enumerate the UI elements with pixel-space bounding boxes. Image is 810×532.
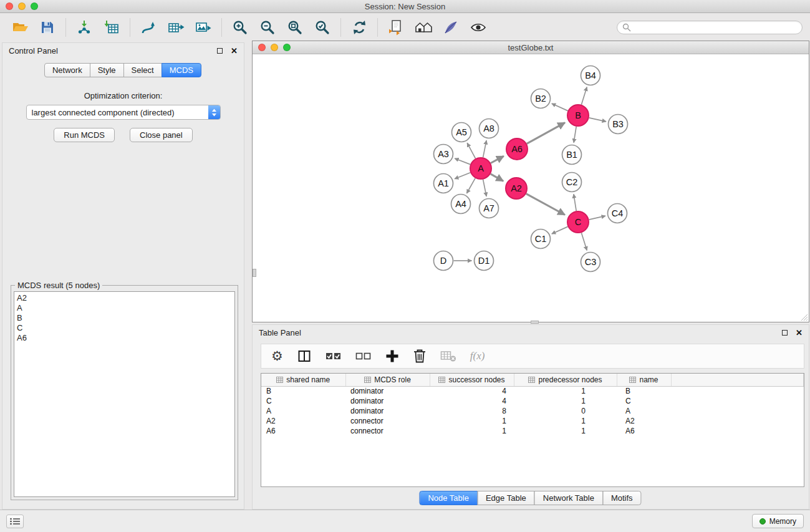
minimize-view-button[interactable] bbox=[271, 44, 278, 51]
graph-node-A2[interactable]: A2 bbox=[506, 178, 527, 199]
graph-edge-A-A7[interactable] bbox=[483, 180, 487, 196]
graph-node-B4[interactable]: B4 bbox=[581, 66, 600, 85]
graph-edge-A6-B[interactable] bbox=[527, 123, 565, 144]
column-header-mcds-role[interactable]: MCDS role bbox=[345, 374, 430, 386]
table-cell[interactable]: B bbox=[617, 386, 671, 396]
minimize-window-button[interactable] bbox=[18, 2, 26, 10]
task-history-button[interactable] bbox=[6, 515, 24, 528]
memory-button[interactable]: Memory bbox=[752, 514, 804, 528]
table-row[interactable]: Bdominator41B bbox=[261, 386, 804, 396]
graph-node-C4[interactable]: C4 bbox=[608, 204, 627, 223]
graph-node-C2[interactable]: C2 bbox=[562, 173, 582, 192]
close-panel-icon[interactable]: ✕ bbox=[231, 48, 238, 54]
float-panel-icon[interactable] bbox=[217, 48, 223, 54]
graph-node-A[interactable]: A bbox=[470, 158, 491, 179]
mcds-result-item[interactable]: B bbox=[17, 313, 232, 323]
tab-edge-table[interactable]: Edge Table bbox=[477, 491, 535, 505]
zoom-view-button[interactable] bbox=[283, 44, 291, 51]
network-canvas[interactable]: B4B2BB3A8A5A6A3B1AC2A1A2A4A7C4CC1DD1C3 bbox=[253, 54, 809, 322]
tab-network[interactable]: Network bbox=[44, 63, 90, 77]
run-mcds-button[interactable]: Run MCDS bbox=[54, 128, 115, 142]
graph-edge-A-A8[interactable] bbox=[483, 140, 487, 157]
close-table-panel-icon[interactable]: ✕ bbox=[796, 330, 803, 336]
mcds-result-item[interactable]: A2 bbox=[17, 293, 232, 303]
search-box[interactable] bbox=[617, 21, 803, 34]
table-cell[interactable]: 8 bbox=[430, 406, 514, 416]
mcds-result-item[interactable]: A6 bbox=[17, 333, 232, 343]
mcds-result-item[interactable]: C bbox=[17, 323, 232, 333]
graph-edge-B-B1[interactable] bbox=[574, 127, 576, 143]
add-column-button[interactable] bbox=[385, 349, 399, 363]
graph-node-B3[interactable]: B3 bbox=[609, 115, 628, 134]
table-cell[interactable]: 1 bbox=[430, 416, 514, 426]
tab-network-table[interactable]: Network Table bbox=[534, 491, 603, 505]
tab-style[interactable]: Style bbox=[90, 63, 124, 77]
graph-node-B1[interactable]: B1 bbox=[562, 145, 582, 165]
graph-node-D[interactable]: D bbox=[434, 251, 453, 271]
zoom-selected-button[interactable] bbox=[309, 16, 336, 39]
table-cell[interactable]: dominator bbox=[345, 396, 430, 406]
table-cell[interactable]: connector bbox=[345, 426, 430, 436]
save-session-button[interactable] bbox=[34, 16, 61, 39]
graph-node-A6[interactable]: A6 bbox=[506, 138, 528, 160]
tab-mcds[interactable]: MCDS bbox=[162, 63, 201, 77]
column-header-shared-name[interactable]: shared name bbox=[261, 374, 345, 386]
zoom-window-button[interactable] bbox=[31, 2, 38, 10]
mcds-result-list[interactable]: A2ABCA6 bbox=[14, 291, 235, 497]
delete-column-button[interactable] bbox=[413, 349, 427, 364]
mcds-result-item[interactable]: A bbox=[17, 303, 232, 313]
float-table-panel-icon[interactable] bbox=[782, 330, 788, 336]
table-cell[interactable]: 1 bbox=[514, 386, 617, 396]
canvas-scroll-nub[interactable] bbox=[253, 269, 256, 277]
table-cell[interactable]: 4 bbox=[430, 386, 514, 396]
import-table-button[interactable] bbox=[98, 16, 125, 39]
resize-grip-icon[interactable] bbox=[801, 314, 808, 321]
tab-select[interactable]: Select bbox=[123, 63, 162, 77]
export-table-button[interactable] bbox=[162, 16, 190, 39]
search-input[interactable] bbox=[634, 23, 797, 32]
tab-node-table[interactable]: Node Table bbox=[419, 491, 478, 505]
table-cell[interactable]: A bbox=[261, 406, 345, 416]
graph-edge-C-C2[interactable] bbox=[574, 194, 576, 211]
table-cell[interactable]: 1 bbox=[514, 426, 617, 436]
table-cell[interactable]: B bbox=[261, 386, 345, 396]
graph-edge-C-C1[interactable] bbox=[552, 226, 568, 234]
graph-node-D1[interactable]: D1 bbox=[475, 251, 494, 271]
graph-node-A7[interactable]: A7 bbox=[480, 199, 499, 218]
table-cell[interactable]: C bbox=[617, 396, 671, 406]
tab-motifs[interactable]: Motifs bbox=[602, 491, 642, 505]
graph-node-A8[interactable]: A8 bbox=[480, 119, 499, 138]
delete-table-button[interactable] bbox=[440, 349, 456, 363]
table-cell[interactable]: A6 bbox=[261, 426, 345, 436]
table-row[interactable]: Adominator80A bbox=[261, 406, 804, 416]
graph-node-A1[interactable]: A1 bbox=[434, 174, 453, 193]
table-cell[interactable]: 0 bbox=[514, 406, 617, 416]
graph-node-A5[interactable]: A5 bbox=[452, 123, 471, 142]
table-cell[interactable]: A2 bbox=[261, 416, 345, 426]
zoom-in-button[interactable] bbox=[226, 16, 254, 39]
graph-edge-A-A3[interactable] bbox=[455, 158, 470, 165]
table-cell[interactable]: 1 bbox=[514, 396, 617, 406]
close-panel-button[interactable]: Close panel bbox=[130, 128, 193, 142]
function-builder-button[interactable]: f(x) bbox=[470, 350, 485, 362]
graph-edge-A-A4[interactable] bbox=[467, 178, 476, 193]
graph-node-B2[interactable]: B2 bbox=[531, 89, 551, 109]
graph-edge-A-A1[interactable] bbox=[455, 173, 470, 179]
close-view-button[interactable] bbox=[258, 44, 266, 51]
table-row[interactable]: A2connector11A2 bbox=[261, 416, 804, 426]
table-cell[interactable]: A2 bbox=[617, 416, 671, 426]
graph-edge-A-A6[interactable] bbox=[491, 156, 504, 163]
graph-edge-C-C3[interactable] bbox=[581, 233, 587, 250]
graph-edge-C-C4[interactable] bbox=[589, 216, 605, 220]
graphics-details-button[interactable] bbox=[437, 16, 465, 39]
graph-node-A4[interactable]: A4 bbox=[451, 195, 471, 214]
network-graph[interactable]: B4B2BB3A8A5A6A3B1AC2A1A2A4A7C4CC1DD1C3 bbox=[253, 54, 809, 322]
table-cell[interactable]: dominator bbox=[345, 386, 430, 396]
table-cell[interactable]: A bbox=[617, 406, 671, 416]
graph-node-A3[interactable]: A3 bbox=[434, 145, 453, 164]
column-header-predecessor-nodes[interactable]: predecessor nodes bbox=[514, 374, 617, 386]
graph-node-C[interactable]: C bbox=[567, 211, 589, 233]
table-cell[interactable]: 4 bbox=[430, 396, 514, 406]
column-header-name[interactable]: name bbox=[617, 374, 671, 386]
table-row[interactable]: A6connector11A6 bbox=[261, 426, 804, 436]
